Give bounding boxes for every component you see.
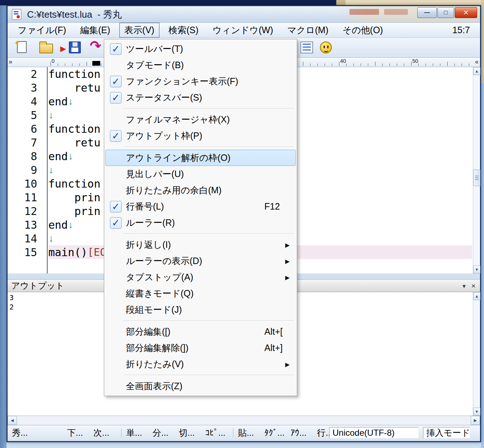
ruler-right-chevrons-icon[interactable]: « [475, 58, 479, 66]
hidemaru-window: C:¥tets¥test.lua - 秀丸 — □ ✕ ファイル(F)編集(E)… [6, 5, 481, 442]
check-box: ✓ [110, 201, 122, 212]
close-button[interactable]: ✕ [455, 7, 477, 18]
output-vscrollbar[interactable]: ▲ ▼ [473, 292, 480, 416]
view-menu-item-function-key-display[interactable]: ✓ファンクションキー表示(F) [105, 73, 296, 89]
view-menu-item-ruler-display[interactable]: ルーラーの表示(D)▶ [105, 253, 296, 269]
view-menu-item-tab-mode[interactable]: タブモード(B) [105, 57, 296, 73]
scroll-down-icon[interactable]: ▼ [473, 265, 480, 273]
view-menu-item-column-mode[interactable]: 段組モード(J) [105, 302, 296, 318]
status-button[interactable]: 単... [126, 427, 153, 439]
desktop-edge [481, 84, 484, 448]
view-menu-item-ruler[interactable]: ✓ルーラー(R) [105, 215, 296, 231]
check-box: ✓ [110, 130, 122, 142]
output-pane-title: アウトプット [11, 280, 64, 291]
titlebar[interactable]: C:¥tets¥test.lua - 秀丸 — □ ✕ [8, 6, 480, 23]
submenu-arrow-icon: ▶ [285, 361, 290, 368]
menubar-item-macro[interactable]: マクロ(M) [282, 23, 333, 38]
line-number: 14 [8, 232, 39, 245]
menubar-item-file[interactable]: ファイル(F) [13, 23, 71, 38]
scroll-thumb[interactable] [473, 170, 480, 186]
menubar-clock: 15:7 [452, 25, 470, 35]
menubar-item-edit[interactable]: 編集(E) [75, 23, 115, 38]
input-mode-indicator[interactable]: 挿入モード [423, 427, 470, 438]
view-menu-item-folding-margin[interactable]: 折りたたみ用の余白(M) [105, 182, 296, 198]
ruler-left-chevrons-icon[interactable]: » [9, 58, 12, 66]
status-button[interactable]: 切... [179, 427, 205, 439]
background-window-edge [481, 0, 484, 84]
menubar-item-window[interactable]: ウィンドウ(W) [207, 23, 278, 38]
menubar-item-other[interactable]: その他(O) [338, 23, 388, 38]
status-button[interactable]: ｱｳ... [291, 428, 317, 438]
statusbar-groups: 秀...下...次...単...分...切...ｺﾋﾟ...貼...ﾀｸﾞ...… [12, 427, 343, 439]
status-button[interactable]: 次... [93, 427, 120, 439]
menu-item-shortcut: Alt+] [264, 343, 283, 353]
view-menu-item-word-wrap[interactable]: 折り返し(I)▶ [105, 237, 296, 253]
ruler-margin-marker[interactable] [92, 61, 100, 66]
status-button[interactable]: 貼... [238, 427, 264, 439]
scroll-down-icon[interactable]: ▼ [473, 408, 480, 416]
menu-item-label: 部分編集解除(]) [126, 342, 189, 354]
editor-vscrollbar[interactable]: ▲ ▼ [473, 67, 480, 273]
view-menu-item-heading-bar[interactable]: 見出しバー(U) [105, 166, 296, 182]
menu-separator [104, 144, 297, 150]
scroll-left-icon[interactable]: ◀ [8, 416, 17, 425]
statusbar: 秀...下...次...単...分...切...ｺﾋﾟ...貼...ﾀｸﾞ...… [8, 425, 480, 440]
newline-arrow-icon: ↓ [68, 151, 73, 162]
menu-item-label: 折りたたみ用の余白(M) [126, 184, 221, 196]
menu-item-label: 段組モード(J) [126, 304, 182, 316]
view-menu-item-tab-stop[interactable]: タブストップ(A)▶ [105, 269, 296, 285]
help-icon[interactable] [320, 41, 332, 53]
outline-list-icon[interactable] [300, 41, 313, 53]
view-menu-item-folding[interactable]: 折りたたみ(V)▶ [105, 356, 296, 372]
minimize-button[interactable]: — [417, 7, 437, 18]
background-window-scrollbar [336, 0, 346, 5]
check-box: ✓ [110, 92, 122, 104]
line-text: end [48, 150, 68, 163]
menu-item-label: ステータスバー(S) [126, 92, 202, 104]
view-menu-item-file-manager-pane[interactable]: ファイルマネージャ枠(X) [105, 111, 296, 128]
line-text: retu [48, 136, 101, 149]
menu-item-label: 折り返し(I) [126, 239, 171, 251]
line-number: 6 [8, 123, 39, 135]
background-window-fragment [346, 0, 484, 5]
desktop-background-strip [0, 0, 336, 5]
line-number: 3 [8, 82, 39, 94]
horizontal-scrollbar[interactable]: ◀ ▶ [8, 416, 480, 425]
scroll-up-icon[interactable]: ▲ [473, 292, 480, 300]
status-button[interactable]: 下... [67, 427, 93, 439]
view-menu-item-status-bar[interactable]: ✓ステータスバー(S) [105, 89, 296, 106]
checkmark-icon: ✓ [106, 217, 126, 229]
view-menu-item-line-numbers[interactable]: ✓行番号(L)F12 [105, 198, 296, 215]
view-menu-item-full-screen[interactable]: 全画面表示(Z) [105, 378, 296, 394]
new-document-icon[interactable]: ✦ [17, 41, 27, 53]
menu-item-label: ファイルマネージャ枠(X) [126, 114, 230, 126]
open-file-icon[interactable] [39, 44, 53, 53]
status-button[interactable]: ｺﾋﾟ... [205, 428, 232, 438]
check-box: ✓ [110, 43, 122, 55]
view-menu-item-vertical-mode[interactable]: 縦書きモード(Q) [105, 285, 296, 302]
line-number: 2 [8, 68, 39, 80]
maximize-button[interactable]: □ [437, 7, 454, 18]
desktop-edge-bottom [6, 442, 481, 448]
encoding-indicator[interactable]: Unicode(UTF-8) [329, 427, 419, 438]
status-button[interactable]: 分... [153, 427, 179, 439]
menubar-item-search[interactable]: 検索(S) [163, 23, 203, 38]
ruler-label-40: 40 [340, 58, 346, 64]
view-menu-item-partial-edit[interactable]: 部分編集([)Alt+[ [105, 324, 296, 340]
undo-icon[interactable]: ↷ [90, 38, 101, 54]
view-menu-item-toolbar[interactable]: ✓ツールバー(T) [105, 41, 296, 57]
scroll-up-icon[interactable]: ▲ [473, 67, 480, 75]
view-menu-item-partial-edit-release[interactable]: 部分編集解除(])Alt+] [105, 340, 296, 356]
save-file-icon[interactable] [69, 41, 81, 53]
output-close-icon[interactable]: ✕ [471, 283, 476, 289]
menubar-item-view[interactable]: 表示(V) [119, 23, 159, 38]
window-controls: — □ ✕ [417, 7, 477, 18]
view-menu-item-output-pane[interactable]: ✓アウトプット枠(P) [105, 128, 296, 144]
output-menu-icon[interactable]: ▾ [462, 282, 466, 290]
view-menu-item-outline-pane[interactable]: アウトライン解析の枠(O) [105, 150, 296, 166]
status-button[interactable]: 秀... [12, 427, 67, 439]
menu-item-label: アウトプット枠(P) [126, 130, 202, 142]
status-button[interactable]: ﾀｸﾞ... [264, 428, 291, 438]
statusbar-separator [233, 428, 234, 438]
scroll-right-icon[interactable]: ▶ [471, 416, 480, 425]
